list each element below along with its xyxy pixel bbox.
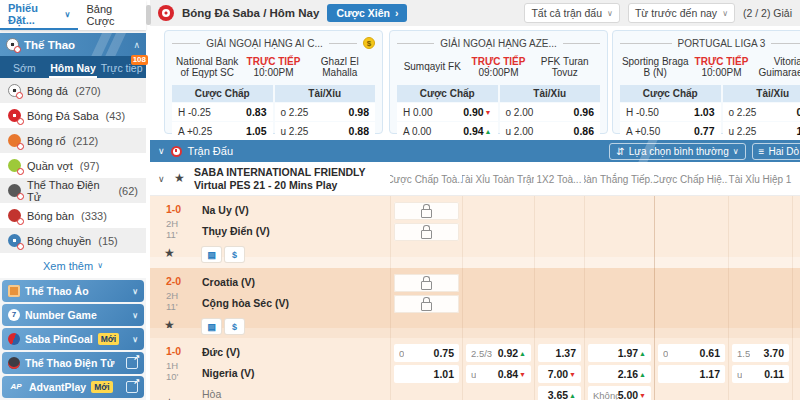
number-game-icon: 7	[8, 309, 20, 321]
chevron-down-icon: ∨	[132, 311, 138, 320]
chevron-down-icon[interactable]: ∨	[158, 174, 165, 184]
odds-grid	[390, 196, 800, 268]
kickoff-time: 10:00PM	[691, 67, 753, 78]
cashout-dollar-icon[interactable]: $	[225, 247, 244, 262]
locked-odds-cell[interactable]	[394, 295, 459, 313]
sidebar-item-basketball[interactable]: Bóng rổ (212)	[0, 128, 146, 153]
odds-cell[interactable]: H -0.25 0.83	[172, 103, 273, 121]
sidebar-section-virtual-sports[interactable]: Thể Thao Ảo ∨	[2, 280, 144, 302]
tab-today[interactable]: Hôm Nay	[49, 62, 98, 78]
odds-cell[interactable]: o 2.25 0.98	[275, 103, 376, 121]
odds-cell[interactable]: 1.37	[538, 344, 581, 362]
sort-mode-dropdown[interactable]: ⇵ Lựa chọn bình thường ∨	[609, 143, 745, 160]
lock-icon	[421, 209, 432, 218]
sidebar-item-esports[interactable]: Thể Thao Điện Tử (62)	[0, 178, 146, 203]
saba-logo	[158, 5, 174, 21]
odds-grid: 0 0.75 1.01 2.5/3 0.92▲ u 0.84▼	[390, 338, 800, 400]
odds-cell[interactable]: H -0.50 1.03	[620, 103, 721, 121]
overunder-header: Tài/Xỉu	[723, 85, 800, 102]
odds-cell[interactable]: Không ... 5.00▼	[588, 386, 651, 400]
locked-odds-cell[interactable]	[394, 223, 459, 241]
odds-cell[interactable]: 0 0.75	[394, 344, 459, 362]
odds-cell[interactable]: u 2.25 1.03	[723, 122, 800, 140]
odds-cell[interactable]: A +0.25 1.05	[172, 122, 273, 140]
home-team: Sporting Braga B (N)	[620, 56, 691, 79]
panel-drag-handle[interactable]	[146, 5, 151, 25]
odds-cell[interactable]: 1.97▲	[588, 344, 651, 362]
main-content: Bóng Đá Saba / Hôm Nay Cược Xiên › Tất c…	[150, 0, 800, 400]
bet-builder-icon[interactable]: ▤	[202, 247, 221, 262]
favorite-star-icon[interactable]: ★	[164, 396, 175, 400]
match-minute: 10'	[166, 371, 178, 382]
odds-value: 0.92	[498, 347, 518, 359]
sidebar-item-soccer[interactable]: Bóng đá (270)	[0, 78, 146, 103]
handicap-header: Cược Chấp	[397, 85, 498, 102]
tab-live[interactable]: Trực tiếp 108	[97, 62, 146, 78]
match-section-bar: ∨ Trận Đấu ⇵ Lựa chọn bình thường ∨ ≡ Ha…	[150, 140, 800, 162]
parlay-button[interactable]: Cược Xiên ›	[327, 4, 407, 22]
sport-label: Bóng rổ	[27, 135, 66, 147]
odds-cell[interactable]: 1.5 3.70	[732, 344, 789, 362]
odds-cell[interactable]: 0 0.61	[658, 344, 725, 362]
home-team: National Bank of Eqypt SC	[172, 56, 243, 79]
bet-builder-icon[interactable]: ▤	[202, 319, 221, 334]
odds-cell[interactable]: A 0.00 0.94▲	[397, 122, 498, 140]
trend-up-icon: ▲	[519, 350, 526, 357]
odds-cell[interactable]: u 2.25 0.88	[275, 122, 376, 140]
sidebar-section-pingoal[interactable]: Saba PinGoal Mới ∨	[2, 328, 144, 350]
locked-odds-cell[interactable]	[394, 274, 459, 292]
tab-bet-board[interactable]: Bảng Cược	[78, 1, 146, 29]
sidebar-item-saba-soccer[interactable]: Bóng Đá Saba (43)	[0, 103, 146, 128]
show-more-button[interactable]: Xem thêm ∨	[0, 253, 146, 278]
odds-cell[interactable]: o 2.00 0.96	[500, 103, 601, 121]
odds-cell[interactable]: u 0.11	[732, 365, 789, 383]
chevron-down-icon: ∨	[733, 147, 739, 156]
soccer-ball-icon	[6, 38, 19, 51]
odds-value: 0.86	[574, 125, 594, 137]
favorite-star-icon[interactable]: ★	[174, 171, 185, 185]
odds-column-headers: Cược Chấp Toà... Tài Xỉu Toàn Trận 1X2 T…	[390, 162, 800, 196]
odds-cell[interactable]: 2.5/3 0.92▲	[466, 344, 531, 362]
live-score: 1-0	[166, 345, 181, 357]
odds-value: 0.88	[349, 125, 369, 137]
sort-icon: ⇵	[616, 146, 624, 157]
sidebar-item-tennis[interactable]: Quần vợt (97)	[0, 153, 146, 178]
sport-label: Thể Thao Điện Tử	[27, 179, 111, 203]
odds-cell[interactable]: 1.17	[658, 365, 725, 383]
sidebar-item-volleyball[interactable]: Bóng chuyền (15)	[0, 228, 146, 253]
view-mode-button[interactable]: ≡ Hai Dò	[752, 143, 800, 160]
odds-label: o 2.25	[281, 107, 309, 118]
odds-cell[interactable]: 3.65▲	[538, 386, 581, 400]
sports-panel-header[interactable]: Thế Thao ∧	[0, 33, 146, 56]
main-topbar: Bóng Đá Saba / Hôm Nay Cược Xiên › Tất c…	[150, 0, 800, 26]
odds-value: 0.94	[463, 125, 483, 137]
time-filter-dropdown[interactable]: Từ trước đến nay ∨	[628, 3, 735, 23]
odds-cell[interactable]: u 2.00 0.86	[500, 122, 601, 140]
cashout-dollar-icon[interactable]: $	[225, 319, 244, 334]
odds-cell[interactable]: 1.01	[394, 365, 459, 383]
odds-cell[interactable]: o 2.25 0.77	[723, 103, 800, 121]
odds-label: 0	[399, 348, 404, 359]
sidebar-section-number-game[interactable]: 7 Number Game ∨	[2, 304, 144, 326]
locked-odds-cell[interactable]	[394, 202, 459, 220]
chevron-down-icon[interactable]: ∨	[158, 146, 165, 156]
handicap-header: Cược Chấp	[172, 85, 273, 102]
trend-up-icon: ▲	[639, 350, 646, 357]
sports-list: Bóng đá (270) Bóng Đá Saba (43) Bóng rổ …	[0, 78, 146, 253]
sidebar-section-esports[interactable]: Thể Thao Điện Tử	[2, 352, 144, 374]
basketball-icon	[8, 134, 21, 147]
featured-card: GIẢI NGOẠI HẠNG AI C... $ National Bank …	[164, 30, 383, 134]
sidebar-section-advantplay[interactable]: AP AdvantPlay Mới	[2, 376, 144, 398]
sidebar-item-table-tennis[interactable]: Bóng bàn (333)	[0, 203, 146, 228]
match-filter-dropdown[interactable]: Tất cả trận đấu ∨	[524, 3, 619, 23]
odds-cell[interactable]: u 0.84▼	[466, 365, 531, 383]
away-team: PFK Turan Tovuz	[530, 56, 601, 79]
away-team: Cộng hòa Séc (V)	[202, 297, 289, 309]
tab-bet-slip[interactable]: Phiếu Đặt... ∨	[0, 0, 78, 30]
tab-early[interactable]: Sớm	[0, 62, 49, 78]
odds-cell[interactable]: 7.00▼	[538, 365, 581, 383]
trend-down-icon: ▼	[639, 392, 646, 399]
odds-cell[interactable]: 2.16▲	[588, 365, 651, 383]
odds-cell[interactable]: H 0.00 0.90▼	[397, 103, 498, 121]
odds-cell[interactable]: A +0.50 0.77	[620, 122, 721, 140]
